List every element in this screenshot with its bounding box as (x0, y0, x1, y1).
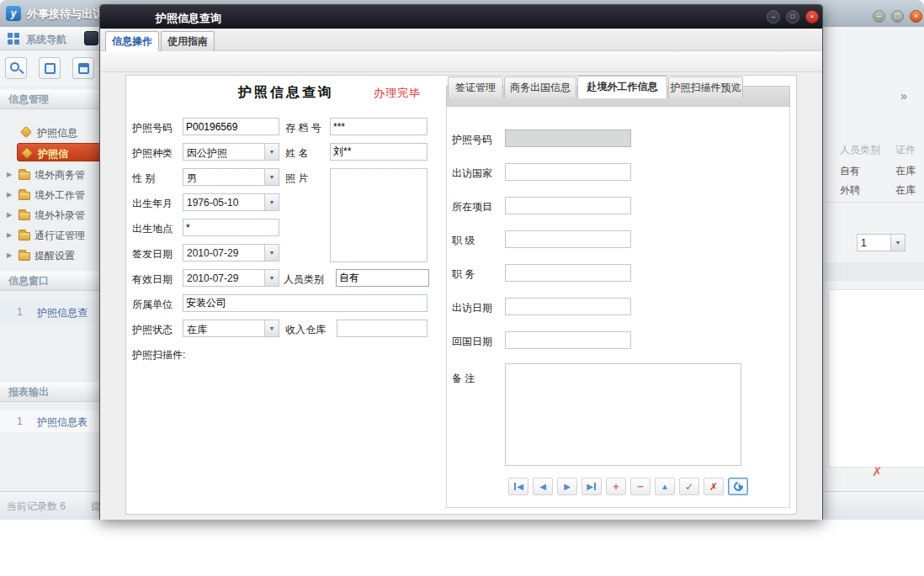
passport-item-icon (21, 147, 33, 159)
nav-delete-button[interactable]: − (630, 478, 651, 495)
tree-item-label: 护照信息 (37, 126, 77, 140)
archive-no-label: 存 档 号 (285, 121, 321, 135)
name-label: 姓 名 (285, 146, 308, 161)
project-input[interactable] (505, 197, 631, 214)
nav-prior-button[interactable]: ◀ (533, 478, 553, 495)
tree-item-label: 护照信 (38, 147, 68, 161)
person-type-input[interactable] (336, 269, 429, 287)
form-heading: 护照信息查询 (238, 84, 334, 102)
photo-label: 照 片 (285, 172, 308, 186)
name-input[interactable] (330, 143, 427, 161)
nav-post-button[interactable]: ✓ (679, 478, 699, 495)
passport-type-select[interactable]: 因公护照 ▼ (183, 143, 279, 161)
cancel-x-icon[interactable]: ✗ (872, 464, 883, 479)
tree-item-label: 境外补录管 (35, 209, 85, 223)
list-tool-button[interactable] (72, 57, 94, 79)
passport-status-select[interactable]: 在库 ▼ (183, 320, 279, 337)
tab-overseas-work-info[interactable]: 赴境外工作信息 (577, 76, 667, 98)
visit-country-input[interactable] (505, 163, 631, 181)
pager-select[interactable]: 1 ▼ (857, 234, 905, 251)
passport-no-label: 护照号码 (132, 121, 173, 135)
valid-date-select[interactable]: 2010-07-29 ▼ (183, 269, 279, 287)
nav-refresh-button[interactable] (728, 478, 748, 495)
issue-date-select[interactable]: 2010-07-29 ▼ (183, 244, 279, 262)
main-maximize-button[interactable]: □ (891, 10, 904, 23)
cross-icon: ✗ (709, 481, 718, 493)
archive-no-input[interactable] (330, 118, 427, 135)
tab-info-operation[interactable]: 信息操作 (105, 31, 159, 51)
visit-country-label: 出访国家 (452, 166, 492, 181)
birth-place-input[interactable] (183, 219, 279, 236)
passport-type-value: 因公护照 (187, 146, 227, 161)
passport-no-input[interactable] (183, 118, 279, 135)
dialog-minimize-button[interactable]: – (767, 10, 780, 24)
cell-cert-status: 在库 (895, 164, 916, 178)
folder-icon (19, 252, 30, 261)
cell-cert-status: 在库 (895, 183, 916, 198)
birth-date-label: 出生年月 (132, 197, 173, 211)
chevron-right-icon[interactable]: ▶ (7, 171, 12, 178)
rank-input[interactable] (505, 230, 631, 248)
passport-status-value: 在库 (187, 323, 207, 337)
dialog-maximize-button[interactable]: □ (786, 10, 799, 24)
column-header-person-type: 人员类别 (840, 143, 880, 157)
tab-label: 赴境外工作信息 (587, 81, 658, 92)
birth-date-value: 1976-05-10 (187, 197, 238, 209)
item-label: 护照信息查 (37, 306, 88, 320)
screen: y 外事接待与出访 – □ × 系统导航 信息管理 护照信息 护照信 (0, 0, 924, 576)
chevron-right-icon[interactable]: ▶ (7, 231, 12, 239)
person-type-label: 人员类别 (284, 272, 324, 287)
birth-date-select[interactable]: 1976-05-10 ▼ (183, 193, 279, 211)
valid-date-value: 2010-07-29 (187, 272, 238, 284)
nav-cancel-button[interactable]: ✗ (704, 478, 724, 495)
valid-date-label: 有效日期 (132, 272, 173, 287)
tab-label: 使用指南 (167, 35, 208, 47)
nav-menu-icon[interactable] (84, 31, 98, 45)
nav-insert-button[interactable]: + (606, 478, 626, 495)
nav-next-button[interactable]: ▶ (557, 478, 577, 495)
gender-value: 男 (187, 172, 197, 186)
arrow-right-icon: ▶ (587, 482, 593, 491)
chevron-right-icon[interactable]: ▶ (7, 211, 12, 219)
position-input[interactable] (505, 264, 631, 282)
search-tool-button[interactable] (5, 57, 27, 79)
dialog-close-button[interactable]: × (805, 10, 819, 24)
folder-icon (19, 232, 30, 240)
tree-item-label: 通行证管理 (35, 229, 85, 243)
chevron-right-icon[interactable]: ▶ (7, 191, 12, 198)
tab-scan-preview[interactable]: 护照扫描件预览 (668, 77, 743, 98)
passport-query-dialog: 护照信息查询 – □ × 信息操作 使用指南 护照信息查询 办理完毕 护照号码 … (99, 4, 823, 520)
refresh-icon (731, 480, 744, 493)
section-info-mgmt-label: 信息管理 (8, 93, 49, 105)
check-icon: ✓ (685, 481, 693, 493)
tab-visa-mgmt[interactable]: 签证管理 (448, 77, 503, 98)
gender-select[interactable]: 男 ▼ (183, 168, 279, 186)
main-close-button[interactable]: × (910, 10, 922, 23)
dialog-titlebar[interactable]: 护照信息查询 – □ × (100, 5, 822, 29)
nav-edit-button[interactable]: ▲ (655, 478, 675, 495)
chevron-right-icon[interactable]: ▶ (7, 251, 12, 259)
work-passport-no-label: 护照号码 (452, 133, 492, 147)
tab-label: 信息操作 (112, 35, 152, 47)
dialog-toolbar (100, 51, 822, 72)
chevron-down-icon: ▼ (264, 270, 279, 286)
record-count-label: 当前记录数 6 (7, 499, 66, 514)
grid-tool-button[interactable] (39, 57, 61, 79)
warehouse-input[interactable] (337, 320, 427, 337)
remarks-textarea[interactable] (505, 363, 741, 466)
depart-date-input[interactable] (505, 298, 631, 315)
nav-last-button[interactable]: ▶ (581, 478, 602, 495)
nav-first-button[interactable]: ◀ (508, 478, 528, 495)
passport-item-icon (20, 126, 32, 138)
tab-business-abroad[interactable]: 商务出国信息 (504, 77, 576, 98)
tab-user-guide[interactable]: 使用指南 (161, 31, 215, 51)
chevron-down-icon: ▼ (264, 194, 279, 210)
nav-header-label: 系统导航 (26, 33, 66, 47)
unit-input[interactable] (183, 294, 427, 312)
return-date-input[interactable] (505, 331, 631, 349)
collapse-chevron-icon[interactable]: » (900, 89, 907, 103)
list-icon (78, 63, 89, 74)
plus-icon: + (613, 480, 619, 493)
arrow-right-icon: ▶ (564, 482, 571, 491)
main-minimize-button[interactable]: – (873, 10, 885, 23)
